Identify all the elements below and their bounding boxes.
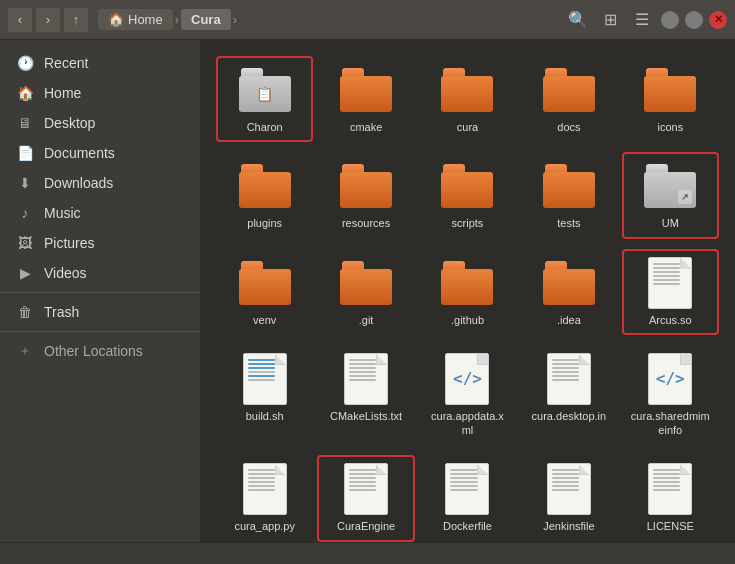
folder-icon-charon: 📋 xyxy=(239,64,291,116)
sidebar-item-home[interactable]: 🏠 Home xyxy=(0,78,200,108)
file-item-resources[interactable]: resources xyxy=(317,152,414,238)
videos-icon: ▶ xyxy=(16,264,34,282)
search-button[interactable]: 🔍 xyxy=(565,7,591,33)
file-name-cura-sharedmime: cura.sharedmimeinfo xyxy=(630,409,710,438)
sidebar-item-downloads[interactable]: ⬇ Downloads xyxy=(0,168,200,198)
sidebar-item-other-locations[interactable]: ＋ Other Locations xyxy=(0,336,200,366)
folder-icon-plugins xyxy=(239,160,291,212)
file-item-scripts[interactable]: scripts xyxy=(419,152,516,238)
file-grid: 📋 Charon cmake xyxy=(216,56,719,542)
file-item-cmakelists[interactable]: CMakeLists.txt xyxy=(317,345,414,446)
pictures-icon: 🖼 xyxy=(16,234,34,252)
trash-icon: 🗑 xyxy=(16,303,34,321)
sidebar-item-music[interactable]: ♪ Music xyxy=(0,198,200,228)
up-button[interactable]: ↑ xyxy=(64,8,88,32)
file-item-github[interactable]: .github xyxy=(419,249,516,335)
file-name-jenkinsfile: Jenkinsfile xyxy=(543,519,594,533)
sidebar-item-desktop[interactable]: 🖥 Desktop xyxy=(0,108,200,138)
sidebar: 🕐 Recent 🏠 Home 🖥 Desktop 📄 Documents ⬇ … xyxy=(0,40,200,542)
sidebar-divider xyxy=(0,292,200,293)
file-item-tests[interactable]: tests xyxy=(520,152,617,238)
sidebar-label-pictures: Pictures xyxy=(44,235,95,251)
file-item-cmake[interactable]: cmake xyxy=(317,56,414,142)
close-button[interactable]: ✕ xyxy=(709,11,727,29)
file-item-cura-engine[interactable]: CuraEngine xyxy=(317,455,414,541)
file-name-icons: icons xyxy=(657,120,683,134)
menu-button[interactable]: ☰ xyxy=(629,7,655,33)
folder-icon-cura xyxy=(441,64,493,116)
forward-button[interactable]: › xyxy=(36,8,60,32)
folder-icon-icons xyxy=(644,64,696,116)
home-sidebar-icon: 🏠 xyxy=(16,84,34,102)
recent-icon: 🕐 xyxy=(16,54,34,72)
sidebar-label-other-locations: Other Locations xyxy=(44,343,143,359)
breadcrumb-separator: › xyxy=(173,12,181,27)
view-toggle-button[interactable]: ⊞ xyxy=(597,7,623,33)
documents-icon: 📄 xyxy=(16,144,34,162)
folder-icon-idea xyxy=(543,257,595,309)
file-item-cura-sharedmime[interactable]: </> cura.sharedmimeinfo xyxy=(622,345,719,446)
file-item-jenkinsfile[interactable]: Jenkinsfile xyxy=(520,455,617,541)
file-item-license[interactable]: LICENSE xyxy=(622,455,719,541)
file-item-cura-desktop[interactable]: cura.desktop.in xyxy=(520,345,617,446)
file-item-venv[interactable]: venv xyxy=(216,249,313,335)
main-content: 🕐 Recent 🏠 Home 🖥 Desktop 📄 Documents ⬇ … xyxy=(0,40,735,542)
file-area: 📋 Charon cmake xyxy=(200,40,735,542)
file-item-dockerfile[interactable]: Dockerfile xyxy=(419,455,516,541)
file-item-cura-app[interactable]: cura_app.py xyxy=(216,455,313,541)
folder-icon-github xyxy=(441,257,493,309)
music-icon: ♪ xyxy=(16,204,34,222)
maximize-button[interactable] xyxy=(685,11,703,29)
textfile-icon-jenkinsfile xyxy=(543,463,595,515)
downloads-icon: ⬇ xyxy=(16,174,34,192)
file-item-icons[interactable]: icons xyxy=(622,56,719,142)
file-item-cura-appdata[interactable]: </> cura.appdata.xml xyxy=(419,345,516,446)
file-item-charon[interactable]: 📋 Charon xyxy=(216,56,313,142)
file-name-plugins: plugins xyxy=(247,216,282,230)
file-item-build-sh[interactable]: build.sh xyxy=(216,345,313,446)
file-name-github: .github xyxy=(451,313,484,327)
textfile-icon-arcus xyxy=(644,257,696,309)
home-icon: 🏠 xyxy=(108,12,124,27)
scriptfile-icon-build xyxy=(239,353,291,405)
textfile-icon-license xyxy=(644,463,696,515)
sidebar-item-trash[interactable]: 🗑 Trash xyxy=(0,297,200,327)
file-name-charon: Charon xyxy=(247,120,283,134)
titlebar-right: 🔍 ⊞ ☰ ✕ xyxy=(565,7,727,33)
folder-icon-scripts xyxy=(441,160,493,212)
sidebar-item-videos[interactable]: ▶ Videos xyxy=(0,258,200,288)
desktop-icon: 🖥 xyxy=(16,114,34,132)
sidebar-label-recent: Recent xyxy=(44,55,88,71)
file-name-dockerfile: Dockerfile xyxy=(443,519,492,533)
file-name-cura-engine: CuraEngine xyxy=(337,519,395,533)
sidebar-item-pictures[interactable]: 🖼 Pictures xyxy=(0,228,200,258)
file-name-tests: tests xyxy=(557,216,580,230)
file-item-arcus-so[interactable]: Arcus.so xyxy=(622,249,719,335)
textfile-icon-cura-engine xyxy=(340,463,392,515)
sidebar-label-home: Home xyxy=(44,85,81,101)
file-name-cmake: cmake xyxy=(350,120,382,134)
folder-icon-cmake xyxy=(340,64,392,116)
file-item-docs[interactable]: docs xyxy=(520,56,617,142)
statusbar xyxy=(0,542,735,564)
breadcrumb-cura[interactable]: Cura xyxy=(181,9,231,30)
file-name-arcus-so: Arcus.so xyxy=(649,313,692,327)
folder-icon-resources xyxy=(340,160,392,212)
breadcrumb: 🏠 Home › Cura › xyxy=(98,9,239,30)
breadcrumb-home[interactable]: 🏠 Home xyxy=(98,9,173,30)
file-name-idea: .idea xyxy=(557,313,581,327)
folder-icon-git xyxy=(340,257,392,309)
sidebar-item-recent[interactable]: 🕐 Recent xyxy=(0,48,200,78)
file-item-git[interactable]: .git xyxy=(317,249,414,335)
file-name-license: LICENSE xyxy=(647,519,694,533)
file-item-cura[interactable]: cura xyxy=(419,56,516,142)
file-item-idea[interactable]: .idea xyxy=(520,249,617,335)
minimize-button[interactable] xyxy=(661,11,679,29)
add-location-icon: ＋ xyxy=(16,342,34,360)
back-button[interactable]: ‹ xyxy=(8,8,32,32)
sidebar-item-documents[interactable]: 📄 Documents xyxy=(0,138,200,168)
file-item-um[interactable]: ↗ UM xyxy=(622,152,719,238)
textfile-icon-cura-app xyxy=(239,463,291,515)
sidebar-label-downloads: Downloads xyxy=(44,175,113,191)
file-item-plugins[interactable]: plugins xyxy=(216,152,313,238)
